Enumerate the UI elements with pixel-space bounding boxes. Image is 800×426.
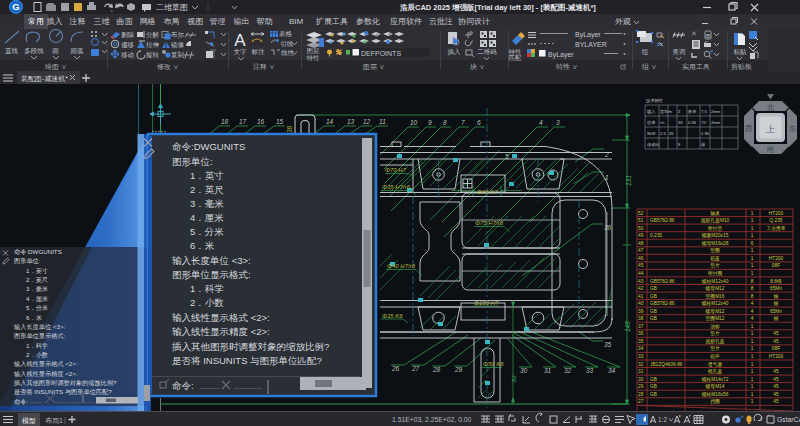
svg-text:南: 南 bbox=[766, 145, 775, 154]
svg-text:文字: 文字 bbox=[234, 48, 248, 55]
svg-text:GB: GB bbox=[650, 309, 657, 314]
svg-text:直线: 直线 bbox=[5, 47, 19, 54]
svg-text:45: 45 bbox=[773, 377, 779, 382]
svg-text:螺栓M12x40: 螺栓M12x40 bbox=[702, 278, 729, 285]
svg-text:|: | bbox=[64, 416, 66, 424]
svg-text:GB5782-86: GB5782-86 bbox=[650, 279, 675, 284]
svg-text:45: 45 bbox=[773, 392, 779, 397]
svg-text:北: 北 bbox=[767, 103, 775, 112]
svg-text:6: 6 bbox=[751, 241, 754, 246]
svg-text:实用工具: 实用工具 bbox=[682, 63, 710, 71]
svg-text:是否将 INSUNITS 与图形单位匹配?: 是否将 INSUNITS 与图形单位匹配? bbox=[14, 388, 112, 396]
svg-text:4: 4 bbox=[751, 309, 754, 314]
svg-text:9: 9 bbox=[428, 119, 432, 126]
svg-text:传动比: 传动比 bbox=[647, 142, 660, 147]
svg-text:复制: 复制 bbox=[171, 51, 184, 59]
svg-text:3．毫米: 3．毫米 bbox=[190, 198, 224, 209]
svg-text:观察孔盖M10: 观察孔盖M10 bbox=[701, 217, 730, 224]
svg-text:30: 30 bbox=[520, 367, 528, 374]
svg-text:圆: 圆 bbox=[52, 47, 59, 54]
svg-text:装配图-减速机*: 装配图-减速机* bbox=[21, 75, 68, 83]
svg-text:Q.235: Q.235 bbox=[769, 218, 782, 223]
svg-text:65Mn: 65Mn bbox=[770, 309, 782, 314]
svg-text:0.96: 0.96 bbox=[688, 120, 697, 125]
svg-text:1．科学: 1．科学 bbox=[26, 342, 48, 349]
svg-text:Φ35 H7/r6: Φ35 H7/r6 bbox=[382, 184, 411, 190]
svg-text:47: 47 bbox=[638, 248, 644, 253]
svg-text:分解: 分解 bbox=[146, 31, 160, 39]
svg-text:2.5: 2.5 bbox=[660, 131, 666, 136]
svg-text:螺栓M12x40: 螺栓M12x40 bbox=[702, 300, 729, 307]
svg-text:圆弧: 圆弧 bbox=[71, 47, 85, 54]
svg-text:45: 45 bbox=[669, 131, 674, 136]
svg-text:GB: GB bbox=[650, 286, 657, 291]
svg-text:6: 6 bbox=[477, 119, 481, 126]
svg-text:是否将 INSUNITS 与图形单位匹配?: 是否将 INSUNITS 与图形单位匹配? bbox=[172, 355, 322, 366]
svg-text:2mm: 2mm bbox=[711, 120, 721, 125]
svg-text:GB: GB bbox=[650, 392, 657, 397]
svg-text:1: 1 bbox=[751, 226, 754, 231]
svg-text:1．英寸: 1．英寸 bbox=[26, 267, 48, 275]
svg-text:布局1: 布局1 bbox=[45, 417, 63, 425]
svg-text:1: 1 bbox=[751, 271, 754, 276]
svg-text:输入线性显示精度 <2>:: 输入线性显示精度 <2>: bbox=[14, 370, 78, 378]
svg-text:ByLayer: ByLayer bbox=[575, 31, 601, 39]
svg-text:31: 31 bbox=[544, 367, 552, 374]
svg-text:HT200: HT200 bbox=[769, 354, 784, 359]
svg-text:Φ35 K6: Φ35 K6 bbox=[382, 313, 403, 319]
svg-text:148: 148 bbox=[624, 321, 631, 332]
svg-text:34: 34 bbox=[608, 367, 616, 374]
svg-text:组 ∨: 组 ∨ bbox=[642, 63, 657, 70]
svg-text:38: 38 bbox=[286, 125, 293, 133]
svg-text:10: 10 bbox=[410, 119, 418, 126]
svg-text:移动: 移动 bbox=[121, 51, 134, 59]
svg-text:6．米: 6．米 bbox=[26, 314, 43, 321]
svg-text:插入其他图形时调整对象的缩放比例?: 插入其他图形时调整对象的缩放比例? bbox=[14, 379, 117, 387]
svg-text:1: 1 bbox=[751, 211, 754, 216]
svg-text:2．小数: 2．小数 bbox=[190, 297, 224, 308]
svg-text:2．英尺: 2．英尺 bbox=[26, 276, 48, 284]
svg-text:BYLAYER: BYLAYER bbox=[575, 41, 607, 48]
svg-text:30: 30 bbox=[638, 377, 644, 382]
svg-text:箱座: 箱座 bbox=[710, 353, 720, 360]
svg-text:密封圈: 密封圈 bbox=[708, 270, 723, 277]
svg-text:1: 1 bbox=[751, 377, 754, 382]
svg-text:GB: GB bbox=[650, 384, 657, 389]
svg-text:GB5782-86: GB5782-86 bbox=[650, 301, 675, 306]
svg-text:1.95: 1.95 bbox=[701, 131, 710, 136]
svg-text:13: 13 bbox=[347, 118, 355, 125]
svg-text:3．毫米: 3．毫米 bbox=[26, 285, 49, 292]
svg-text:4: 4 bbox=[751, 301, 754, 306]
svg-text:14: 14 bbox=[326, 118, 334, 125]
svg-text:45: 45 bbox=[773, 339, 779, 344]
svg-text:模型: 模型 bbox=[22, 417, 36, 425]
svg-text:2mm: 2mm bbox=[711, 109, 721, 114]
svg-text:工业用革: 工业用革 bbox=[766, 225, 785, 232]
svg-text:7: 7 bbox=[461, 119, 465, 126]
svg-text:Φ50 K6: Φ50 K6 bbox=[483, 361, 504, 367]
svg-text:1:2: 1:2 bbox=[658, 416, 667, 423]
svg-text:45: 45 bbox=[773, 384, 779, 389]
svg-text:50: 50 bbox=[638, 226, 644, 231]
svg-text:观察孔盖: 观察孔盖 bbox=[705, 338, 724, 345]
svg-text:17: 17 bbox=[239, 118, 247, 125]
svg-text:1: 1 bbox=[751, 324, 754, 329]
svg-text:图形单位显示格式:: 图形单位显示格式: bbox=[14, 332, 66, 340]
svg-text:视孔盖: 视孔盖 bbox=[708, 368, 723, 375]
svg-text:效率: 效率 bbox=[688, 109, 697, 114]
svg-text:螺母M12: 螺母M12 bbox=[706, 285, 725, 292]
svg-text:39: 39 bbox=[638, 309, 644, 314]
svg-text:HT200: HT200 bbox=[769, 256, 784, 261]
svg-text:32: 32 bbox=[564, 367, 572, 374]
svg-text:5．分米: 5．分米 bbox=[26, 304, 49, 311]
svg-text:B: B bbox=[706, 33, 710, 39]
svg-text:16: 16 bbox=[257, 118, 265, 125]
svg-text:JB1ZQ4606-86: JB1ZQ4606-86 bbox=[650, 362, 683, 367]
svg-text:1.51E+03, 2.25E+02, 0.00: 1.51E+03, 2.25E+02, 0.00 bbox=[392, 416, 472, 423]
svg-text:输入线性显示精度 <2>:: 输入线性显示精度 <2>: bbox=[172, 326, 270, 337]
svg-text:65Mn: 65Mn bbox=[770, 286, 782, 291]
svg-text:螺母M16x28: 螺母M16x28 bbox=[702, 240, 729, 247]
svg-text:29: 29 bbox=[638, 384, 644, 389]
svg-text:33: 33 bbox=[586, 367, 594, 374]
svg-text:08F: 08F bbox=[772, 263, 780, 268]
